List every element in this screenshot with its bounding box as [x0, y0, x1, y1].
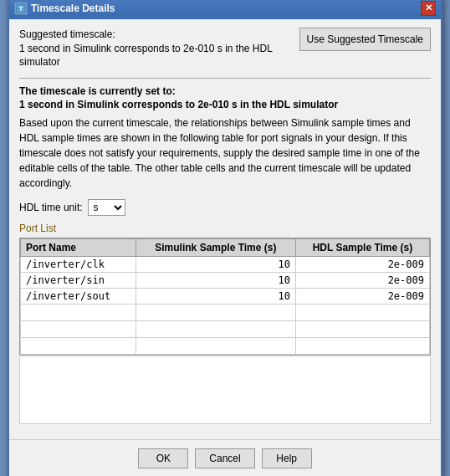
simulink-time-cell[interactable]: 10	[136, 257, 295, 273]
table-row: /inverter/sin102e-009	[21, 273, 430, 289]
divider	[19, 78, 431, 79]
hdl-time-cell: 2e-009	[295, 273, 429, 289]
ok-button[interactable]: OK	[138, 448, 188, 468]
col-port-name: Port Name	[21, 239, 136, 257]
svg-text:T: T	[19, 5, 23, 13]
use-suggested-button[interactable]: Use Suggested Timescale	[299, 28, 431, 51]
empty-area	[19, 357, 431, 424]
empty-row	[21, 321, 430, 338]
suggested-text: Suggested timescale: 1 second in Simulin…	[19, 28, 293, 69]
col-hdl-time: HDL Sample Time (s)	[295, 239, 429, 257]
title-bar-left: T Timescale Details	[14, 2, 115, 15]
port-table: Port Name Simulink Sample Time (s) HDL S…	[20, 238, 430, 355]
close-button[interactable]: ✕	[421, 1, 436, 16]
window-title: Timescale Details	[31, 3, 115, 14]
suggested-section: Suggested timescale: 1 second in Simulin…	[19, 28, 431, 69]
suggested-value: 1 second in Simulink corresponds to 2e-0…	[19, 42, 293, 70]
suggested-label: Suggested timescale:	[19, 28, 293, 42]
bottom-buttons: OK Cancel Help	[9, 439, 441, 476]
hdl-time-label: HDL time unit:	[19, 202, 83, 213]
timescale-details-window: T Timescale Details ✕ Suggested timescal…	[8, 0, 442, 476]
table-row: /inverter/clk102e-009	[21, 257, 430, 273]
col-simulink-time: Simulink Sample Time (s)	[136, 239, 295, 257]
description-text: Based upon the current timescale, the re…	[19, 115, 431, 191]
current-timescale-section: The timescale is currently set to: 1 sec…	[19, 85, 431, 191]
hdl-time-cell: 2e-009	[295, 257, 429, 273]
hdl-time-section: HDL time unit: s ms us ns ps fs	[19, 199, 431, 216]
help-button[interactable]: Help	[262, 448, 312, 468]
empty-row	[21, 338, 430, 355]
current-value: 1 second in Simulink corresponds to 2e-0…	[19, 99, 431, 110]
port-name-cell: /inverter/sin	[21, 273, 136, 289]
cancel-button[interactable]: Cancel	[195, 448, 254, 468]
empty-row	[21, 305, 430, 321]
simulink-time-cell[interactable]: 10	[136, 273, 295, 289]
hdl-time-cell: 2e-009	[295, 289, 429, 305]
hdl-time-select[interactable]: s ms us ns ps fs	[88, 199, 125, 216]
window-icon: T	[14, 2, 28, 15]
port-table-container: Port Name Simulink Sample Time (s) HDL S…	[19, 238, 431, 356]
table-row: /inverter/sout102e-009	[21, 289, 430, 305]
main-content: Suggested timescale: 1 second in Simulin…	[9, 19, 441, 432]
simulink-time-cell[interactable]: 10	[136, 289, 295, 305]
port-name-cell: /inverter/sout	[21, 289, 136, 305]
current-label: The timescale is currently set to:	[19, 85, 431, 97]
port-name-cell: /inverter/clk	[21, 257, 136, 273]
title-bar: T Timescale Details ✕	[9, 0, 441, 19]
port-list-label: Port List	[19, 223, 431, 234]
